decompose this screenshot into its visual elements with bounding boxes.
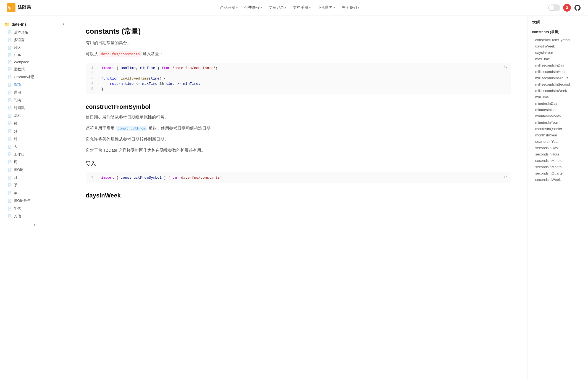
- line-number: 1: [86, 63, 97, 71]
- sidebar-item-16[interactable]: 📄工作日: [0, 151, 69, 158]
- toc-item-10[interactable]: minTime: [532, 94, 588, 100]
- nav-item-docs[interactable]: 文档手册 ▾: [290, 4, 313, 12]
- sidebar-item-5[interactable]: 📄函数式: [0, 65, 69, 73]
- toc-item-2[interactable]: daysInWeek: [532, 43, 588, 49]
- doc-icon: 📄: [8, 183, 12, 187]
- sidebar-item-6[interactable]: 📄Unicode标记: [0, 73, 69, 81]
- toc-item-15[interactable]: monthsInQuarter: [532, 126, 588, 132]
- page-title: constants (常量): [86, 27, 511, 36]
- sidebar-item-label: 分: [14, 129, 17, 134]
- doc-icon: 📄: [8, 152, 12, 156]
- sidebar-item-label: CDN: [14, 53, 22, 57]
- toc-item-8[interactable]: millisecondsInSecond: [532, 81, 588, 88]
- toc-item-17[interactable]: quartersInYear: [532, 138, 588, 145]
- svg-text:陈: 陈: [8, 6, 12, 10]
- doc-icon: 📄: [8, 30, 12, 34]
- toc-item-6[interactable]: millisecondsInHour: [532, 68, 588, 75]
- sidebar-item-15[interactable]: 📄天: [0, 143, 69, 151]
- sidebar-item-0[interactable]: 📄基本介绍: [0, 28, 69, 36]
- nav-label: 文章记录: [269, 5, 284, 10]
- nav-item-products[interactable]: 产品开源 ▾: [217, 4, 240, 12]
- sidebar-item-23[interactable]: 📄年代: [0, 205, 69, 212]
- toc-item-12[interactable]: minutesInHour: [532, 107, 588, 113]
- toc-item-22[interactable]: secondsInQuarter: [532, 170, 588, 176]
- toc-item-11[interactable]: minutesInDay: [532, 100, 588, 107]
- toc-item-21[interactable]: secondsInMonth: [532, 164, 588, 170]
- sidebar-item-11[interactable]: 📄毫秒: [0, 112, 69, 120]
- code-line: 5 }: [86, 86, 511, 94]
- toc-items: constants (常量)constructFromSymboldaysInW…: [532, 28, 588, 183]
- toc-item-9[interactable]: millisecondsInWeek: [532, 88, 588, 94]
- header-actions: G: [548, 4, 581, 12]
- toc-title: 大纲: [532, 20, 588, 25]
- sidebar-item-18[interactable]: 📄ISO周: [0, 166, 69, 174]
- toc-item-1[interactable]: constructFromSymbol: [532, 37, 588, 43]
- theme-toggle[interactable]: [548, 4, 560, 11]
- sidebar-item-10[interactable]: 📄时间戳: [0, 104, 69, 112]
- section2-desc3: 它允许将额外属性从参考日期转移到新日期。: [86, 136, 511, 142]
- sidebar-item-label: Unicode标记: [14, 75, 34, 80]
- sidebar-item-2[interactable]: 📄时区: [0, 44, 69, 52]
- sidebar-item-22[interactable]: 📄ISO周数年: [0, 197, 69, 205]
- nav-item-courses[interactable]: 付费课程 ▾: [242, 4, 265, 12]
- sidebar-item-3[interactable]: 📄CDN: [0, 52, 69, 59]
- body-layout: 📁 date-fns ▾ 📄基本介绍📄多语言📄时区📄CDN📄Webpack📄函数…: [0, 15, 588, 380]
- toc-panel: 大纲 constants (常量)constructFromSymboldays…: [527, 15, 588, 380]
- doc-icon: 📄: [8, 60, 12, 64]
- nav-label: 小说世界: [317, 5, 333, 10]
- sidebar-item-label: ISO周: [14, 167, 23, 172]
- line-number: 3: [86, 76, 97, 81]
- doc-icon: 📄: [8, 75, 12, 79]
- sidebar-item-24[interactable]: 📄其他: [0, 212, 69, 220]
- nav-item-articles[interactable]: 文章记录 ▾: [266, 4, 289, 12]
- code-block-2: js 1 import { constructFromSymbol } from…: [86, 172, 511, 183]
- sidebar-item-label: ISO周数年: [14, 198, 31, 203]
- sidebar-item-8[interactable]: 📄通用: [0, 89, 69, 96]
- sidebar-item-4[interactable]: 📄Webpack: [0, 59, 69, 65]
- doc-icon: 📄: [8, 191, 12, 195]
- user-icon[interactable]: G: [563, 4, 571, 12]
- sidebar-item-21[interactable]: 📄年: [0, 189, 69, 197]
- doc-icon: 📄: [8, 106, 12, 110]
- github-icon[interactable]: [574, 4, 581, 12]
- sidebar-item-label: Webpack: [14, 60, 29, 64]
- section2-desc4: 它对于像 TZDate 这样接受时区作为构造函数参数的扩展很有用。: [86, 147, 511, 154]
- line-content: import { constructFromSymbol } from 'dat…: [97, 172, 511, 183]
- code-line: 2: [86, 71, 511, 76]
- toc-item-23[interactable]: secondsInWeek: [532, 176, 588, 183]
- nav-item-novels[interactable]: 小说世界 ▾: [314, 4, 338, 12]
- sidebar-item-label: 杂项: [14, 82, 21, 87]
- toc-item-5[interactable]: millisecondsInDay: [532, 62, 588, 68]
- toc-item-13[interactable]: minutesInMonth: [532, 113, 588, 119]
- sidebar-item-7[interactable]: 📄杂项: [0, 81, 69, 89]
- toc-item-18[interactable]: secondsInDay: [532, 145, 588, 151]
- code-block-1: js 1 import { maxTime, minTime } from 'd…: [86, 63, 511, 94]
- sidebar-item-13[interactable]: 📄分: [0, 127, 69, 135]
- toc-item-16[interactable]: monthsInYear: [532, 132, 588, 138]
- desc2-suffix: 函数，使用参考日期和值构造日期。: [148, 126, 215, 130]
- sidebar-items: 📄基本介绍📄多语言📄时区📄CDN📄Webpack📄函数式📄Unicode标记📄杂…: [0, 28, 69, 220]
- toc-item-7[interactable]: millisecondsInMinute: [532, 75, 588, 81]
- sidebar-item-20[interactable]: 📄季: [0, 181, 69, 189]
- sidebar-item-9[interactable]: 📄间隔: [0, 96, 69, 104]
- site-logo[interactable]: 陈 陈随易: [7, 3, 31, 12]
- toc-item-4[interactable]: maxTime: [532, 56, 588, 62]
- toc-item-14[interactable]: minutesInYear: [532, 119, 588, 126]
- doc-icon: 📄: [8, 98, 12, 102]
- line-content: [97, 71, 511, 76]
- toc-item-19[interactable]: secondsInHour: [532, 151, 588, 157]
- sidebar-item-19[interactable]: 📄月: [0, 174, 69, 181]
- nav-item-about[interactable]: 关于我们 ▾: [339, 4, 362, 12]
- sidebar-item-17[interactable]: 📄周: [0, 158, 69, 166]
- toc-item-0[interactable]: constants (常量): [532, 28, 588, 36]
- doc-icon: 📄: [8, 214, 12, 218]
- sidebar-item-12[interactable]: 📄秒: [0, 120, 69, 127]
- nav-label: 文档手册: [293, 5, 308, 10]
- toc-item-20[interactable]: secondsInMinute: [532, 157, 588, 164]
- toc-item-3[interactable]: daysInYear: [532, 49, 588, 56]
- sidebar-folder-date-fns[interactable]: 📁 date-fns ▾: [0, 20, 69, 28]
- line-content: import { maxTime, minTime } from 'date-f…: [97, 63, 511, 71]
- sidebar-item-14[interactable]: 📄时: [0, 135, 69, 143]
- scroll-down-indicator: ▾: [0, 220, 69, 229]
- sidebar-item-1[interactable]: 📄多语言: [0, 36, 69, 44]
